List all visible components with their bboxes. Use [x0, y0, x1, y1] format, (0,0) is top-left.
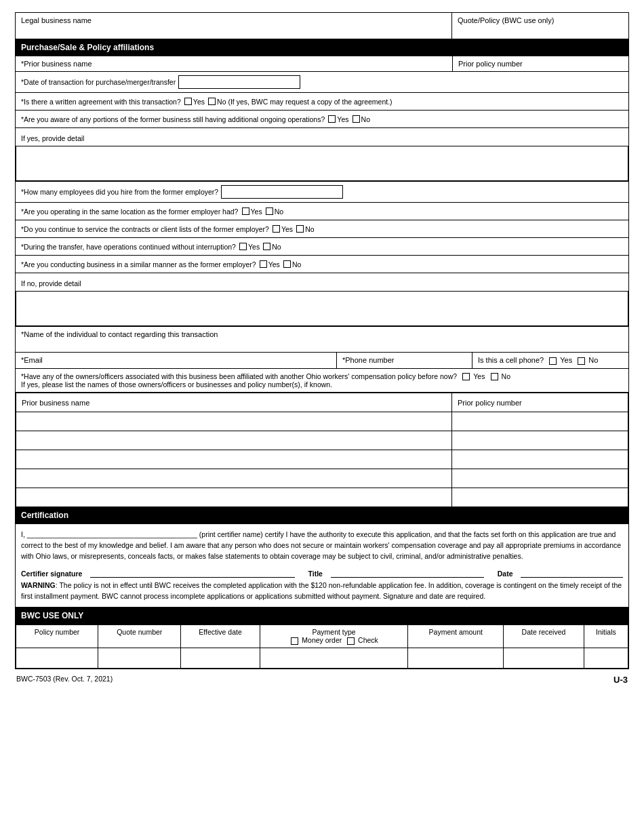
prior-biz-4[interactable] [16, 469, 452, 488]
certifier-signature-label: Certifier signature [21, 570, 82, 578]
employees-hired-input[interactable] [221, 185, 343, 199]
employees-hired-label: *How many employees did you hire from th… [21, 188, 218, 196]
title-label: Title [308, 570, 323, 578]
col-payment-type: Payment type Money order Check [260, 624, 408, 648]
same-location-no-checkbox[interactable] [266, 207, 273, 215]
cell-no-checkbox[interactable] [578, 357, 585, 365]
owners-officers-row: *Have any of the owners/officers associa… [16, 369, 628, 393]
certifier-signature-line[interactable] [90, 567, 294, 578]
col-policy-number: Policy number [16, 624, 98, 648]
phone-cell: *Phone number [337, 353, 472, 368]
owners-officers-line1: *Have any of the owners/officers associa… [21, 372, 510, 381]
prior-biz-policy-table: Prior business name Prior policy number [16, 393, 628, 507]
bwc-initials-cell[interactable] [584, 648, 628, 668]
if-no-detail-label: If no, provide detail [21, 279, 81, 287]
title-line[interactable] [331, 567, 484, 578]
table-row [16, 431, 628, 450]
operations-yes-checkbox[interactable] [239, 243, 247, 250]
if-yes-detail-textarea-section [16, 146, 628, 182]
prior-biz-3[interactable] [16, 450, 452, 469]
col-payment-amount: Payment amount [408, 624, 504, 648]
same-location-row: *Are you operating in the same location … [16, 203, 628, 220]
prior-pol-2[interactable] [452, 431, 628, 450]
contact-name-label: *Name of the individual to contact regar… [21, 330, 218, 338]
certification-section: I, _____________________________________… [16, 524, 628, 608]
cell-phone-cell: Is this a cell phone? Yes No [472, 353, 628, 368]
email-label: *Email [21, 356, 43, 364]
table-row [16, 450, 628, 469]
certification-header: Certification [16, 507, 628, 524]
if-yes-detail-label: If yes, provide detail [21, 134, 84, 142]
cell-yes-checkbox[interactable] [549, 357, 557, 365]
purchase-sale-header: Purchase/Sale & Policy affiliations [16, 39, 628, 56]
date-label: Date [498, 570, 513, 578]
aware-no-checkbox[interactable] [353, 115, 360, 123]
similar-yes-checkbox[interactable] [260, 260, 267, 268]
owners-no-checkbox[interactable] [491, 373, 498, 380]
warning-text: : The policy is not in effect until BWC … [21, 581, 622, 599]
bwc-data-row [16, 648, 628, 668]
aware-no-label: No [361, 115, 370, 123]
aware-portions-row: *Are you aware of any portions of the fo… [16, 111, 628, 128]
prior-biz-5[interactable] [16, 488, 452, 507]
date-transaction-row: *Date of transaction for purchase/merger… [16, 72, 628, 93]
phone-label: *Phone number [342, 356, 394, 364]
if-yes-detail-textarea[interactable] [16, 146, 628, 181]
service-no-checkbox[interactable] [296, 225, 304, 233]
service-yes-checkbox[interactable] [273, 225, 280, 233]
similar-no-checkbox[interactable] [283, 260, 291, 268]
written-agreement-no-checkbox[interactable] [208, 98, 216, 105]
prior-pol-1[interactable] [452, 412, 628, 431]
if-no-detail-textarea-section [16, 291, 628, 327]
similar-manner-label: *Are you conducting business in a simila… [21, 260, 256, 269]
operations-yes-label: Yes [248, 243, 260, 251]
sig-title-date-row: Certifier signature Title Date [21, 567, 623, 578]
prior-business-name-cell: *Prior business name [16, 56, 452, 71]
legal-business-name-section: Legal business name [16, 13, 452, 39]
written-agreement-yes-label: Yes [193, 98, 205, 106]
service-no-label: No [305, 225, 314, 233]
bwc-quote-number-cell[interactable] [98, 648, 181, 668]
owners-yes-label: Yes [473, 372, 485, 380]
cell-yes-label: Yes [560, 356, 572, 364]
bwc-payment-amount-cell[interactable] [408, 648, 504, 668]
prior-pol-3[interactable] [452, 450, 628, 469]
prior-policy-number-cell: Prior policy number [452, 56, 628, 71]
similar-yes-label: Yes [268, 260, 280, 269]
if-no-detail-textarea[interactable] [16, 291, 628, 326]
warning-block: WARNING: The policy is not in effect unt… [21, 580, 623, 601]
bwc-policy-number-cell[interactable] [16, 648, 98, 668]
operations-no-checkbox[interactable] [263, 243, 270, 250]
revision-label: BWC-7503 (Rev. Oct. 7, 2021) [16, 675, 113, 685]
check-label: Check [358, 636, 378, 644]
owners-officers-label: *Have any of the owners/officers associa… [21, 372, 457, 380]
prior-pol-5[interactable] [452, 488, 628, 507]
col-initials: Initials [584, 624, 628, 648]
prior-business-name-row: *Prior business name Prior policy number [16, 56, 628, 72]
written-agreement-yes-checkbox[interactable] [184, 98, 192, 105]
operations-continued-label: *During the transfer, have operations co… [21, 243, 236, 251]
date-transaction-input[interactable] [178, 75, 300, 89]
same-location-yes-label: Yes [251, 207, 262, 216]
prior-pol-4[interactable] [452, 469, 628, 488]
table-row [16, 469, 628, 488]
bwc-effective-date-cell[interactable] [181, 648, 260, 668]
prior-biz-2[interactable] [16, 431, 452, 450]
certifier-sig-block: Certifier signature Title Date [21, 567, 623, 578]
same-location-yes-checkbox[interactable] [242, 207, 249, 215]
bwc-payment-type-cell[interactable] [260, 648, 408, 668]
prior-biz-1[interactable] [16, 412, 452, 431]
quote-policy-label: Quote/Policy (BWC use only) [458, 16, 554, 24]
aware-yes-label: Yes [337, 115, 348, 123]
col-quote-number: Quote number [98, 624, 181, 648]
date-line[interactable] [521, 567, 623, 578]
date-transaction-label: *Date of transaction for purchase/merger… [21, 78, 176, 86]
table-row [16, 412, 628, 431]
money-order-checkbox[interactable] [291, 637, 298, 645]
service-yes-label: Yes [281, 225, 293, 233]
if-yes-detail-label-row: If yes, provide detail [16, 128, 628, 146]
check-checkbox[interactable] [347, 637, 355, 645]
bwc-date-received-cell[interactable] [504, 648, 584, 668]
owners-yes-checkbox[interactable] [462, 373, 470, 380]
aware-yes-checkbox[interactable] [328, 115, 336, 123]
